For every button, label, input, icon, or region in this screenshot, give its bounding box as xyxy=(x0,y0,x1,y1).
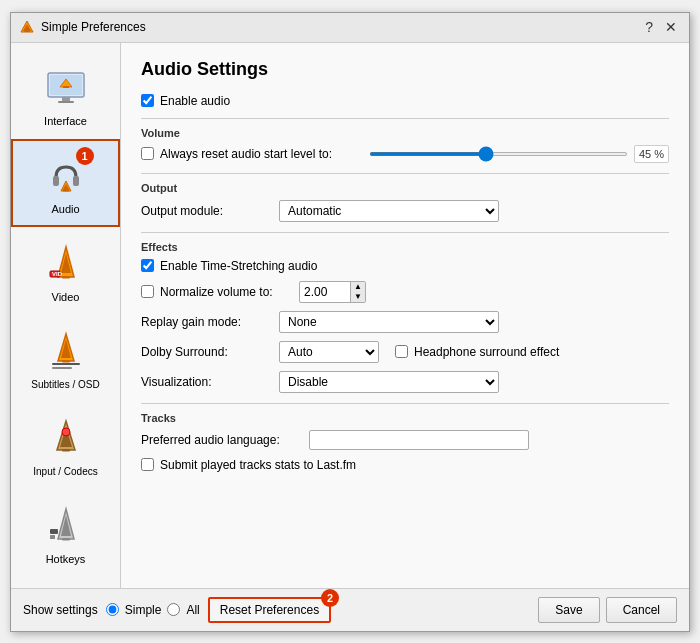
volume-slider-value: 45 % xyxy=(634,145,669,163)
lastfm-label: Submit played tracks stats to Last.fm xyxy=(160,458,356,472)
main-panel: Audio Settings Enable audio Volume Alway… xyxy=(121,43,689,588)
sidebar-label-audio: Audio xyxy=(51,203,79,215)
close-button[interactable]: ✕ xyxy=(661,19,681,35)
all-radio-label: All xyxy=(186,603,199,617)
footer-right: Save Cancel xyxy=(538,597,677,623)
input-icon xyxy=(42,414,90,462)
normalize-down-btn[interactable]: ▼ xyxy=(350,292,365,302)
normalize-checkbox-row: Normalize volume to: xyxy=(141,285,291,299)
always-reset-label: Always reset audio start level to: xyxy=(160,147,332,161)
simple-radio[interactable] xyxy=(106,603,119,616)
normalize-spinbox: ▲ ▼ xyxy=(299,281,366,303)
preferred-lang-label: Preferred audio language: xyxy=(141,433,301,447)
svg-rect-30 xyxy=(62,538,70,541)
normalize-spinbox-btns: ▲ ▼ xyxy=(350,282,365,302)
svg-rect-16 xyxy=(62,276,70,279)
footer: Show settings Simple All 2 Reset Prefere… xyxy=(11,588,689,631)
subtitles-icon xyxy=(42,327,90,375)
volume-slider-container: 45 % xyxy=(369,145,669,163)
sidebar-label-input: Input / Codecs xyxy=(33,466,97,477)
preferred-lang-row: Preferred audio language: xyxy=(141,430,669,450)
show-settings-label: Show settings xyxy=(23,603,98,617)
sidebar-label-interface: Interface xyxy=(44,115,87,127)
reset-preferences-button[interactable]: 2 Reset Preferences xyxy=(208,597,331,623)
visualization-row: Visualization: Disable Spectrum Scope Vu… xyxy=(141,371,669,393)
dolby-select[interactable]: Auto On Off xyxy=(279,341,379,363)
video-icon: VID xyxy=(42,239,90,287)
headphone-label: Headphone surround effect xyxy=(414,345,559,359)
lastfm-row: Submit played tracks stats to Last.fm xyxy=(141,458,669,472)
sidebar-label-video: Video xyxy=(52,291,80,303)
tracks-section-label: Tracks xyxy=(141,412,669,424)
svg-rect-9 xyxy=(53,176,59,186)
title-bar: Simple Preferences ? ✕ xyxy=(11,13,689,43)
svg-rect-5 xyxy=(62,97,70,101)
output-module-select[interactable]: Automatic DirectX audio output WaveOut a… xyxy=(279,200,499,222)
svg-rect-21 xyxy=(62,360,70,363)
sidebar-item-hotkeys[interactable]: Hotkeys xyxy=(11,489,120,577)
lastfm-checkbox[interactable] xyxy=(141,458,154,471)
panel-title: Audio Settings xyxy=(141,59,669,80)
headphone-checkbox[interactable] xyxy=(395,345,408,358)
always-reset-checkbox-row: Always reset audio start level to: xyxy=(141,147,361,161)
vlc-icon xyxy=(19,19,35,35)
sidebar-item-audio[interactable]: 1 Audio xyxy=(11,139,120,227)
sidebar-label-subtitles: Subtitles / OSD xyxy=(31,379,99,390)
sidebar-item-input[interactable]: Input / Codecs xyxy=(11,402,120,489)
save-button[interactable]: Save xyxy=(538,597,599,623)
replay-gain-select[interactable]: None Track Album xyxy=(279,311,499,333)
normalize-value-input[interactable] xyxy=(300,283,350,301)
sidebar-item-video[interactable]: VID Video xyxy=(11,227,120,315)
svg-rect-2 xyxy=(24,30,30,32)
audio-icon: 1 xyxy=(42,151,90,199)
svg-rect-10 xyxy=(73,176,79,186)
sidebar-label-hotkeys: Hotkeys xyxy=(46,553,86,565)
interface-icon xyxy=(42,63,90,111)
svg-point-27 xyxy=(62,428,70,436)
normalize-row: Normalize volume to: ▲ ▼ xyxy=(141,281,669,303)
svg-text:VID: VID xyxy=(52,271,63,277)
footer-left: Show settings Simple All 2 Reset Prefere… xyxy=(23,597,331,623)
volume-section-label: Volume xyxy=(141,127,669,139)
all-radio[interactable] xyxy=(167,603,180,616)
reset-btn-label: Reset Preferences xyxy=(220,603,319,617)
preferred-lang-input[interactable] xyxy=(309,430,529,450)
enable-audio-label: Enable audio xyxy=(160,94,230,108)
enable-audio-row: Enable audio xyxy=(141,94,669,108)
time-stretch-checkbox[interactable] xyxy=(141,259,154,272)
volume-slider[interactable] xyxy=(369,152,628,156)
visualization-label: Visualization: xyxy=(141,375,271,389)
output-section-label: Output xyxy=(141,182,669,194)
enable-audio-checkbox[interactable] xyxy=(141,94,154,107)
normalize-up-btn[interactable]: ▲ xyxy=(350,282,365,292)
normalize-checkbox[interactable] xyxy=(141,285,154,298)
svg-rect-8 xyxy=(63,86,69,88)
dolby-row: Dolby Surround: Auto On Off Headphone su… xyxy=(141,341,669,363)
dolby-label: Dolby Surround: xyxy=(141,345,271,359)
title-bar-controls: ? ✕ xyxy=(641,19,681,35)
visualization-select[interactable]: Disable Spectrum Scope Vuimeter xyxy=(279,371,499,393)
reset-badge: 2 xyxy=(321,589,339,607)
svg-rect-26 xyxy=(62,449,70,452)
always-reset-row: Always reset audio start level to: 45 % xyxy=(141,145,669,163)
output-module-label: Output module: xyxy=(141,204,271,218)
output-module-row: Output module: Automatic DirectX audio o… xyxy=(141,200,669,222)
sidebar-item-subtitles[interactable]: Subtitles / OSD xyxy=(11,315,120,402)
normalize-label: Normalize volume to: xyxy=(160,285,280,299)
window-title: Simple Preferences xyxy=(41,20,146,34)
svg-rect-23 xyxy=(52,367,72,369)
sidebar-item-interface[interactable]: Interface xyxy=(11,51,120,139)
cancel-button[interactable]: Cancel xyxy=(606,597,677,623)
headphone-row: Headphone surround effect xyxy=(395,345,559,359)
help-button[interactable]: ? xyxy=(641,19,657,35)
title-bar-left: Simple Preferences xyxy=(19,19,146,35)
svg-rect-32 xyxy=(50,535,55,539)
always-reset-checkbox[interactable] xyxy=(141,147,154,160)
sidebar: Interface 1 Audi xyxy=(11,43,121,588)
audio-badge: 1 xyxy=(76,147,94,165)
svg-rect-22 xyxy=(52,363,80,365)
svg-rect-31 xyxy=(50,529,58,534)
time-stretch-label: Enable Time-Stretching audio xyxy=(160,259,317,273)
simple-radio-label: Simple xyxy=(125,603,162,617)
svg-rect-6 xyxy=(58,101,74,103)
